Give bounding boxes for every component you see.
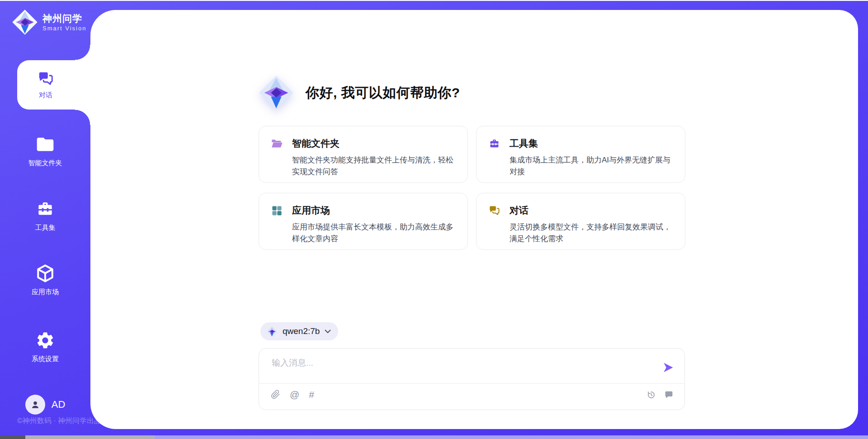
person-icon xyxy=(29,399,41,410)
sidebar-item-label: 应用市场 xyxy=(32,288,59,296)
chevron-down-icon xyxy=(325,329,331,334)
card-chat[interactable]: 对话 灵活切换多模型文件，支持多样回复效果调试，满足个性化需求 xyxy=(476,193,685,250)
tab-fillet-bottom xyxy=(75,110,90,125)
card-description: 集成市场上主流工具，助力AI与外界无缝扩展与对接 xyxy=(509,154,678,177)
gear-icon xyxy=(35,330,55,350)
sidebar-item-label: 系统设置 xyxy=(32,355,59,363)
brand-subtitle: Smart Vision xyxy=(42,25,86,31)
feature-cards: 智能文件夹 智能文件夹功能支持批量文件上传与清洗，轻松实现文件问答 工具集 集成… xyxy=(259,126,685,250)
model-selector[interactable]: qwen2:7b xyxy=(260,322,338,340)
card-description: 应用市场提供丰富长文本模板，助力高效生成多样化文章内容 xyxy=(292,221,460,244)
history-icon[interactable] xyxy=(646,390,656,400)
sidebar-item-app-market[interactable]: 应用市场 xyxy=(0,263,90,296)
model-name: qwen2:7b xyxy=(283,326,320,336)
sidebar-item-label: 对话 xyxy=(39,91,52,100)
user-label: AD xyxy=(52,399,66,410)
comment-icon[interactable] xyxy=(664,390,674,400)
brand-diamond-icon xyxy=(12,9,38,35)
sidebar-item-label: 工具集 xyxy=(35,224,56,232)
attachment-icon[interactable] xyxy=(271,389,280,400)
card-title: 应用市场 xyxy=(292,204,330,217)
top-edge-line xyxy=(0,0,868,1)
card-description: 灵活切换多模型文件，支持多样回复效果调试，满足个性化需求 xyxy=(509,221,678,244)
card-description: 智能文件夹功能支持批量文件上传与清洗，轻松实现文件问答 xyxy=(292,154,460,177)
tab-fillet-top xyxy=(75,45,90,60)
scrollbar-corner xyxy=(0,435,25,439)
topic-icon[interactable]: # xyxy=(309,390,314,399)
composer-divider xyxy=(259,383,684,384)
main-content: 你好, 我可以如何帮助你? 智能文件夹 智能文件夹功能支持批量文件上传与清洗，轻… xyxy=(90,10,858,429)
avatar xyxy=(25,395,45,415)
copyright-footer: ©神州数码 · 神州问学出品 xyxy=(17,416,101,426)
user-account[interactable]: AD xyxy=(0,395,90,415)
message-composer: @ # xyxy=(259,348,685,410)
send-icon[interactable] xyxy=(662,361,675,374)
card-title: 工具集 xyxy=(509,137,538,150)
app-window: 神州问学 Smart Vision 对话 智能文件夹 工具集 应用市场 系统设置… xyxy=(0,0,868,439)
brand-logo: 神州问学 Smart Vision xyxy=(12,9,86,35)
toolbox-icon xyxy=(35,199,55,219)
card-title: 智能文件夹 xyxy=(292,137,340,150)
composer-right-tools xyxy=(646,390,674,400)
model-diamond-icon xyxy=(266,326,278,337)
scrollbar-thumb[interactable] xyxy=(25,435,155,439)
toolbox-icon xyxy=(488,138,500,150)
hero: 你好, 我可以如何帮助你? xyxy=(259,75,460,110)
composer-left-tools: @ # xyxy=(271,389,314,400)
cube-icon xyxy=(35,263,55,283)
hero-diamond-icon xyxy=(259,75,294,110)
chat-icon xyxy=(488,205,500,217)
sidebar-item-settings[interactable]: 系统设置 xyxy=(0,330,90,363)
app-grid-icon xyxy=(271,205,283,217)
greeting-title: 你好, 我可以如何帮助你? xyxy=(306,84,460,102)
chat-icon xyxy=(37,70,54,87)
card-toolset[interactable]: 工具集 集成市场上主流工具，助力AI与外界无缝扩展与对接 xyxy=(476,126,685,183)
card-title: 对话 xyxy=(509,204,528,217)
sidebar-item-label: 智能文件夹 xyxy=(28,159,62,167)
horizontal-scrollbar xyxy=(0,435,868,439)
sidebar-item-chat-active[interactable]: 对话 xyxy=(17,60,96,110)
message-input[interactable] xyxy=(271,356,634,381)
card-smart-folder[interactable]: 智能文件夹 智能文件夹功能支持批量文件上传与清洗，轻松实现文件问答 xyxy=(259,126,468,183)
mention-icon[interactable]: @ xyxy=(290,390,299,399)
folder-icon xyxy=(35,134,55,154)
folder-open-icon xyxy=(271,138,283,150)
sidebar-item-smart-folder[interactable]: 智能文件夹 xyxy=(0,134,90,167)
sidebar-item-toolset[interactable]: 工具集 xyxy=(0,199,90,232)
brand-name: 神州问学 xyxy=(42,14,86,23)
card-app-market[interactable]: 应用市场 应用市场提供丰富长文本模板，助力高效生成多样化文章内容 xyxy=(259,193,468,250)
